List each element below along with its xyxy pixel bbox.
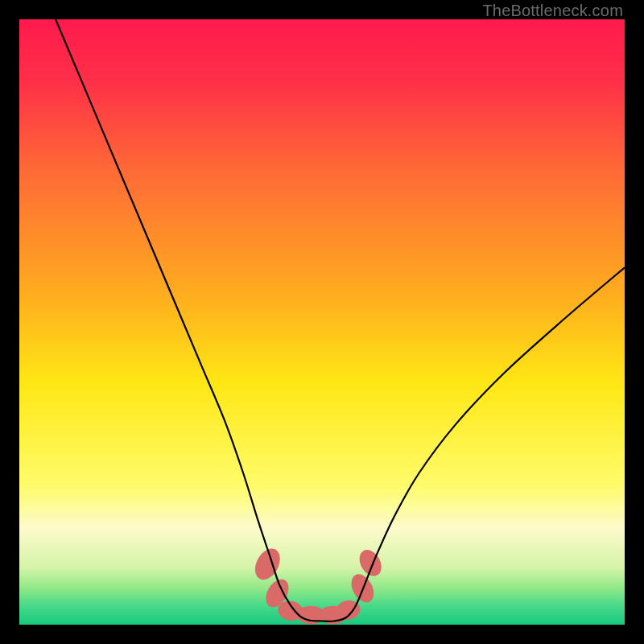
chart-frame [19, 19, 625, 625]
bottleneck-chart [19, 19, 625, 625]
watermark-label: TheBottleneck.com [482, 2, 623, 20]
gradient-background [19, 19, 625, 625]
